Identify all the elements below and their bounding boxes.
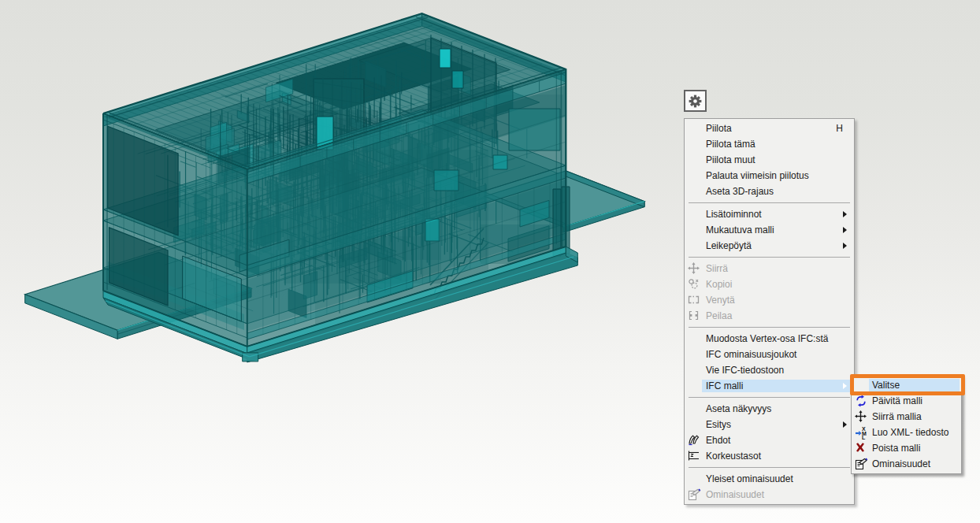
svg-text:L: L — [862, 435, 866, 440]
